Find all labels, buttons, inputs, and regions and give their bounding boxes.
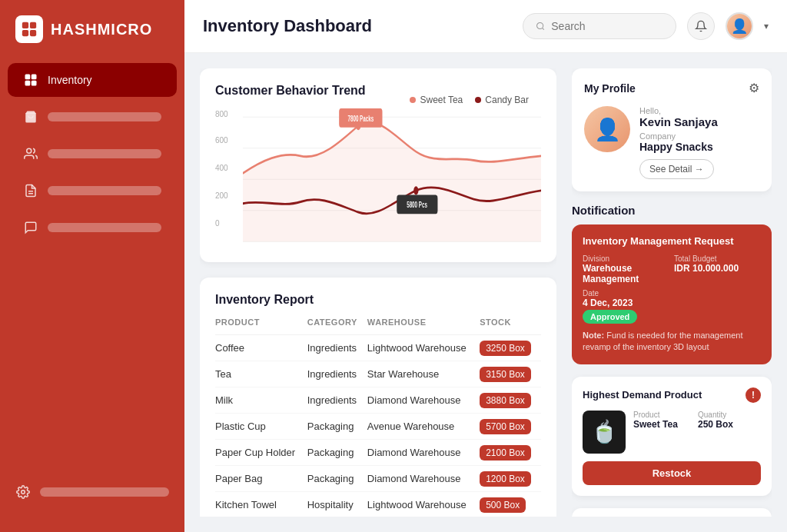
bell-icon [695,20,707,32]
highest-demand-details: Product Sweet Tea Quantity 250 Box [633,411,761,430]
profile-card-header: My Profile ⚙ [584,81,759,95]
content-area: Customer Behavior Trend Sweet Tea Candy … [184,53,787,532]
gear-icon[interactable]: ⚙ [749,81,759,95]
cell-warehouse: Star Warehouse [367,361,480,387]
legend-dot-candy-bar [475,97,481,103]
highest-demand-header: Highest Demand Product ! [583,387,761,403]
restock-button[interactable]: Restock [583,461,761,485]
cell-product: Tea [215,361,307,387]
users-icon [23,146,38,161]
notification-bell-button[interactable] [687,12,715,40]
notification-card: Inventory Management Request Division Wa… [572,224,772,364]
left-panel: Customer Behavior Trend Sweet Tea Candy … [200,68,556,517]
logo: HASHMICRO [0,15,184,62]
search-input[interactable] [551,20,663,32]
highest-demand-body: 🍵 Product Sweet Tea Quantity 250 Box [583,411,761,454]
table-row: Tea Ingredients Star Warehouse 3150 Box [215,361,541,387]
header-right: 👤 ▾ [523,12,769,40]
y-label-600: 600 [215,136,228,145]
notification-section: Notification Inventory Management Reques… [572,204,772,364]
chart-legend: Sweet Tea Candy Bar [410,95,529,105]
cell-category: Hospitality [307,492,367,517]
profile-avatar: 👤 [584,106,630,152]
svg-rect-2 [22,30,28,36]
table-row: Plastic Cup Packaging Avenue Warehouse 5… [215,414,541,440]
logo-icon [15,15,43,43]
budget-label: Total Budget [674,254,761,263]
cell-warehouse: Lightwood Warehouse [367,492,480,517]
col-product: PRODUCT [215,318,307,335]
cell-stock: 3250 Box [480,335,541,361]
see-detail-button[interactable]: See Detail → [639,159,714,179]
legend-sweet-tea: Sweet Tea [410,95,463,105]
highest-demand-image: 🍵 [583,411,626,454]
sidebar: HASHMICRO Inventory [0,0,184,532]
cell-product: Plastic Cup [215,414,307,440]
highest-quantity-label: Quantity [698,411,761,419]
sidebar-item-chat[interactable] [8,211,177,244]
document-icon [23,183,38,198]
cell-category: Packaging [307,414,367,440]
sidebar-item-users[interactable] [8,137,177,171]
chart-card: Customer Behavior Trend Sweet Tea Candy … [200,68,556,262]
sidebar-bottom [0,467,184,517]
cell-product: Paper Bag [215,466,307,492]
chart-area: 800 600 400 200 0 [215,108,541,247]
right-panel: My Profile ⚙ 👤 Hello, Kevin Sanjaya Comp… [572,68,772,517]
profile-info: Hello, Kevin Sanjaya Company Happy Snack… [639,106,759,179]
svg-line-14 [543,28,544,29]
table-row: Coffee Ingredients Lightwood Warehouse 3… [215,335,541,361]
highest-quantity-label-cell: Quantity 250 Box [698,411,761,430]
sidebar-item-settings[interactable] [8,475,177,509]
svg-rect-4 [25,75,31,80]
cell-category: Ingredients [307,387,367,414]
cell-product: Kitchen Towel [215,492,307,517]
svg-text:7800 Packs: 7800 Packs [347,114,374,123]
highest-demand-info: Product Sweet Tea Quantity 250 Box [633,411,761,430]
sidebar-item-label-bar-users [48,149,161,158]
cell-stock: 1200 Box [480,466,541,492]
cell-category: Ingredients [307,361,367,387]
cell-warehouse: Diamond Warehouse [367,387,480,414]
svg-point-9 [27,148,32,153]
avatar-image: 👤 [727,14,752,38]
y-label-200: 200 [215,191,228,200]
status-badge: Approved [583,310,637,324]
y-label-0: 0 [215,219,220,228]
sidebar-item-label-bar-bag [48,112,161,121]
profile-company: Happy Snacks [639,141,759,153]
sidebar-item-inventory[interactable]: Inventory [8,63,177,97]
chat-icon [23,220,38,235]
highest-demand-title: Highest Demand Product [583,389,702,401]
cell-stock: 3880 Box [480,387,541,414]
svg-point-12 [22,490,25,494]
avatar[interactable]: 👤 [726,12,753,40]
cell-category: Packaging [307,466,367,492]
highest-demand-card: Highest Demand Product ! 🍵 Product Sweet… [572,377,772,496]
legend-label-candy-bar: Candy Bar [485,95,529,105]
chevron-down-icon[interactable]: ▾ [764,21,769,32]
cell-category: Ingredients [307,335,367,361]
sidebar-item-bag[interactable] [8,100,177,134]
settings-icon [15,484,31,500]
svg-text:5800 Pcs: 5800 Pcs [407,200,427,209]
svg-rect-7 [32,81,37,86]
cell-category: Packaging [307,440,367,466]
budget-value: IDR 10.000.000 [674,263,761,274]
svg-rect-1 [30,22,36,28]
notification-card-title: Inventory Management Request [583,235,761,247]
budget-section: Total Budget IDR 10.000.000 [674,254,761,284]
sidebar-item-document[interactable] [8,174,177,208]
division-label: Division [583,254,669,263]
cell-product: Paper Cup Holder [215,440,307,466]
profile-name: Kevin Sanjaya [639,115,759,128]
svg-point-13 [537,22,543,28]
header: Inventory Dashboard 👤 ▾ [184,0,787,53]
alert-icon: ! [745,387,761,403]
col-category: CATEGORY [307,318,367,335]
cell-product: Coffee [215,335,307,361]
cell-warehouse: Diamond Warehouse [367,466,480,492]
division-value: Warehouse Management [583,263,669,284]
cell-stock: 2100 Box [480,440,541,466]
search-bar[interactable] [523,13,676,39]
